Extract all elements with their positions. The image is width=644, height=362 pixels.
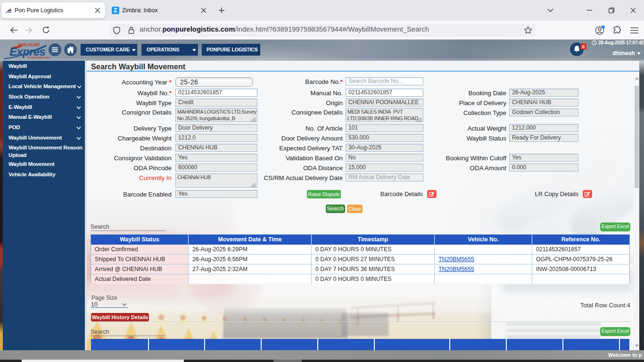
svg-text:On time every time: On time every time (27, 56, 50, 59)
